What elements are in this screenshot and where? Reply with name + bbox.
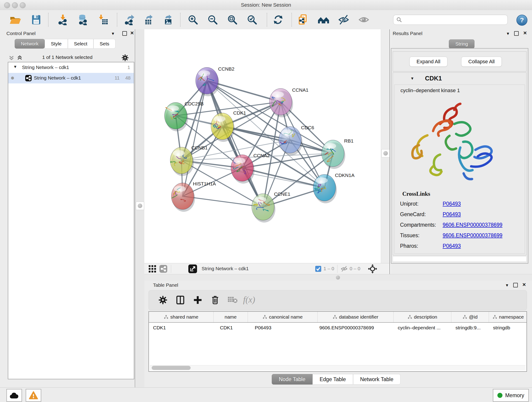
network-collection-row[interactable]: ▼ String Network – cdk1 1 [8, 62, 134, 73]
table-panel: Table Panel ▾ ✕ [144, 281, 532, 387]
crosslink-link[interactable]: 9606.ENSP00000378699 [443, 232, 502, 239]
save-session-button[interactable] [30, 13, 43, 26]
table-horizontal-scrollbar[interactable] [150, 365, 526, 370]
results-scroll-strip[interactable] [393, 256, 526, 262]
crosslink-link[interactable]: P06493 [443, 211, 461, 217]
column-header-description[interactable]: description [394, 312, 451, 322]
edge-CCNB2-CCNE1[interactable] [207, 81, 263, 207]
tab-network[interactable]: Network [15, 39, 45, 49]
expand-all-button[interactable]: Expand All [409, 57, 447, 67]
delete-column-icon[interactable] [210, 295, 220, 306]
left-splitter-handle[interactable] [136, 202, 144, 210]
export-image-button[interactable] [162, 13, 175, 26]
cell-canonical-name[interactable]: P06493 [248, 323, 317, 333]
cell-namespace[interactable]: stringdb [489, 323, 527, 333]
node-label-CDK1: CDK1 [233, 110, 246, 115]
protein-panel-header[interactable]: ▼ CDK1 [393, 73, 526, 85]
scrollbar-thumb[interactable] [152, 366, 191, 370]
cell-database-identifier[interactable]: 9606.ENSP00000378699 [317, 323, 394, 333]
results-panel: Results Panel ▾ ✕ String Expand All Coll… [391, 29, 532, 274]
column-header-canonical-name[interactable]: canonical name [248, 312, 317, 322]
left-splitter[interactable] [135, 29, 144, 387]
show-selected-button[interactable] [357, 13, 370, 26]
show-columns-icon[interactable] [176, 295, 185, 306]
search-input[interactable] [404, 15, 507, 24]
tab-style[interactable]: Style [45, 39, 68, 49]
zoom-fit-icon [227, 14, 238, 25]
horizontal-splitter-handle[interactable] [336, 275, 340, 280]
expander-icon[interactable]: ▼ [13, 65, 17, 69]
export-network-button[interactable] [123, 13, 136, 26]
network-scroll-strip[interactable] [381, 29, 390, 263]
collapse-panel-button[interactable]: ▾ [507, 31, 509, 36]
column-header-id[interactable]: @id [451, 312, 489, 322]
hide-selected-button[interactable] [337, 13, 350, 26]
cloud-status-button[interactable] [6, 389, 22, 402]
refresh-icon [273, 14, 284, 25]
gear-icon[interactable] [121, 54, 129, 62]
grid-view-icon[interactable] [148, 265, 156, 274]
tab-string[interactable]: String [449, 39, 475, 49]
network-overview-icon[interactable] [159, 265, 167, 274]
gear-icon[interactable] [158, 295, 167, 306]
right-splitter-handle[interactable] [381, 149, 390, 157]
collapse-panel-button[interactable]: ▾ [112, 31, 114, 36]
cell-shared-name[interactable]: CDK1 [149, 323, 214, 333]
selected-checkbox-icon[interactable] [315, 266, 321, 273]
search-field[interactable] [393, 15, 508, 25]
add-column-icon[interactable] [193, 295, 202, 306]
export-network-icon [124, 14, 135, 25]
tab-network-table[interactable]: Network Table [353, 374, 400, 385]
expander-icon[interactable]: ▼ [410, 76, 414, 81]
tab-node-table[interactable]: Node Table [272, 374, 312, 385]
zoom-in-icon [187, 14, 198, 25]
refresh-button[interactable] [272, 13, 285, 26]
import-network-database-button[interactable] [76, 13, 89, 26]
tab-edge-table[interactable]: Edge Table [312, 374, 353, 385]
open-in-window-icon[interactable] [188, 264, 197, 274]
crosslink-link[interactable]: 9606.ENSP00000378699 [443, 222, 502, 228]
import-table-file-button[interactable] [96, 13, 109, 26]
close-panel-button[interactable]: ✕ [522, 282, 526, 287]
horizontal-splitter[interactable] [144, 274, 532, 281]
column-header-name[interactable]: name [214, 312, 248, 322]
hidden-eye-icon[interactable] [341, 265, 348, 273]
tab-sets[interactable]: Sets [94, 39, 115, 49]
float-panel-button[interactable] [122, 31, 127, 36]
export-table-button[interactable] [143, 13, 155, 26]
tab-select[interactable]: Select [68, 39, 94, 49]
copy-document-button[interactable] [297, 13, 309, 26]
column-header-database-identifier[interactable]: database identifier [317, 312, 394, 322]
collapse-all-button[interactable]: Collapse All [461, 57, 502, 67]
float-panel-button[interactable] [514, 31, 519, 36]
cell-name[interactable]: CDK1 [214, 323, 248, 333]
table-row[interactable]: CDK1 CDK1 P06493 9606.ENSP00000378699 cy… [149, 323, 526, 333]
column-header-namespace[interactable]: namespace [489, 312, 527, 322]
birds-eye-icon[interactable] [368, 264, 377, 274]
close-panel-button[interactable]: ✕ [130, 31, 134, 35]
warning-status-button[interactable] [26, 389, 41, 402]
zoom-fit-button[interactable] [226, 13, 239, 26]
float-panel-button[interactable] [513, 283, 518, 287]
network-canvas[interactable]: CCNB2CCNA1CDC25BCDK1CDC6RB1CCNB1CCNA2CDK… [144, 29, 381, 263]
network-row-selected[interactable]: String Network – cdk1 11 48 [8, 73, 134, 83]
memory-button[interactable]: Memory [493, 389, 529, 402]
cell-description[interactable]: cyclin–dependent ... [394, 323, 451, 333]
delete-table-icon[interactable] [228, 295, 238, 305]
collapse-panel-button[interactable]: ▾ [506, 283, 508, 287]
column-header-shared-name[interactable]: shared name [149, 312, 214, 322]
zoom-out-button[interactable] [206, 13, 219, 26]
crosslink-link[interactable]: P06493 [443, 243, 461, 249]
close-panel-button[interactable]: ✕ [523, 31, 527, 35]
cell-id[interactable]: stringdb:9... [451, 323, 489, 333]
zoom-selected-button[interactable] [246, 13, 259, 26]
control-panel-tabs: Network Style Select Sets [15, 39, 115, 49]
edge-CCNB2-HIST1H1A[interactable] [183, 81, 207, 196]
crosslink-link[interactable]: P06493 [443, 201, 461, 207]
import-network-file-button[interactable] [57, 13, 70, 26]
help-button[interactable]: ? [516, 15, 527, 26]
open-session-button[interactable] [9, 13, 22, 26]
home-views-button[interactable] [317, 13, 330, 26]
zoom-in-button[interactable] [186, 13, 199, 26]
function-builder-icon[interactable]: f(x) [243, 294, 255, 305]
